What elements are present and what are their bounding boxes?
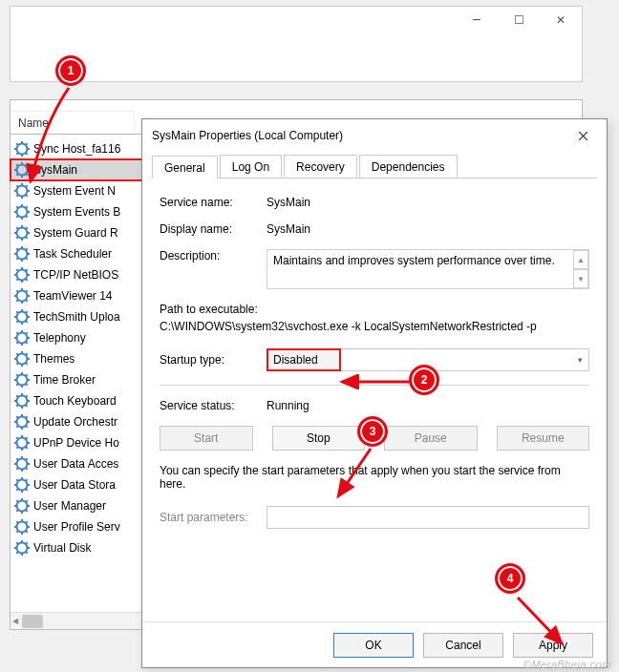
svg-line-107 [16, 384, 18, 386]
gear-icon [14, 498, 30, 514]
svg-line-89 [16, 342, 18, 344]
service-row[interactable]: System Events B [11, 201, 142, 222]
service-list[interactable]: Sync Host_fa116SysMainSystem Event NSyst… [10, 134, 143, 630]
label-display-name: Display name: [160, 222, 267, 236]
svg-line-125 [16, 426, 18, 428]
cancel-button[interactable]: Cancel [423, 633, 503, 658]
tab-recovery[interactable]: Recovery [284, 155, 357, 178]
service-name: System Guard R [33, 226, 118, 240]
svg-line-149 [16, 479, 18, 481]
svg-line-161 [16, 510, 18, 512]
svg-line-167 [16, 521, 18, 523]
label-path: Path to executable: [160, 303, 589, 316]
close-button[interactable]: ✕ [540, 7, 582, 33]
svg-line-69 [26, 300, 28, 302]
svg-line-50 [16, 248, 18, 250]
gear-icon [14, 540, 30, 556]
svg-line-132 [26, 447, 28, 449]
value-display-name: SysMain [267, 222, 589, 236]
svg-line-114 [26, 405, 28, 407]
scrollbar-thumb[interactable] [22, 615, 43, 628]
service-row[interactable]: Virtual Disk [11, 537, 142, 558]
label-start-parameters: Start parameters: [160, 511, 267, 524]
description-scroll-up[interactable]: ▲ [573, 250, 588, 269]
service-row[interactable]: TeamViewer 14 [11, 285, 142, 306]
gear-icon [14, 309, 30, 325]
svg-line-133 [26, 437, 28, 439]
service-name: User Manager [33, 499, 106, 513]
svg-line-62 [16, 279, 18, 281]
gear-icon [14, 372, 30, 388]
gear-icon [14, 519, 30, 535]
label-description: Description: [160, 249, 267, 289]
tabstrip: General Log On Recovery Dependencies [152, 152, 597, 178]
service-row[interactable]: User Profile Serv [11, 516, 142, 537]
svg-line-168 [26, 531, 28, 533]
gear-icon [14, 246, 30, 262]
svg-line-33 [26, 216, 28, 218]
description-scroll-down[interactable]: ▼ [573, 269, 588, 288]
service-row[interactable]: User Data Stora [11, 474, 142, 495]
ok-button[interactable]: OK [333, 633, 414, 658]
close-icon[interactable] [568, 125, 597, 146]
svg-line-17 [16, 174, 18, 176]
watermark: ©MeraBheja.com [523, 659, 611, 670]
dialog-titlebar[interactable]: SysMain Properties (Local Computer) [142, 119, 607, 152]
svg-line-169 [26, 521, 28, 523]
annotation-arrow-4 [514, 596, 571, 651]
svg-line-78 [26, 321, 28, 323]
svg-line-143 [16, 468, 18, 470]
service-name: Update Orchestr [33, 415, 117, 429]
service-row[interactable]: Time Broker [11, 369, 142, 390]
annotation-arrow-3 [332, 447, 380, 504]
service-row[interactable]: User Manager [11, 495, 142, 516]
annotation-arrow-1 [25, 86, 82, 191]
svg-line-150 [26, 489, 28, 491]
service-row[interactable]: Update Orchestr [11, 411, 142, 432]
service-row[interactable]: TechSmith Uploa [11, 306, 142, 327]
service-row[interactable]: TCP/IP NetBIOS [11, 264, 142, 285]
svg-line-97 [26, 353, 28, 355]
service-row[interactable]: UPnP Device Ho [11, 432, 142, 453]
svg-line-44 [16, 237, 18, 239]
svg-line-106 [26, 374, 28, 376]
svg-line-141 [26, 468, 28, 470]
svg-line-77 [16, 311, 18, 313]
svg-line-68 [16, 290, 18, 292]
service-row[interactable]: Telephony [11, 327, 142, 348]
svg-line-95 [16, 353, 18, 355]
tab-dependencies[interactable]: Dependencies [359, 155, 458, 178]
dialog-title: SysMain Properties (Local Computer) [152, 129, 343, 142]
service-name: User Data Acces [33, 457, 118, 471]
svg-line-124 [26, 416, 28, 418]
svg-line-115 [26, 395, 28, 397]
svg-line-177 [26, 552, 28, 554]
svg-line-140 [16, 458, 18, 460]
service-name: Telephony [33, 331, 86, 345]
service-row[interactable]: Themes [11, 348, 142, 369]
service-name: System Events B [33, 205, 120, 219]
svg-line-170 [16, 531, 18, 533]
properties-dialog: SysMain Properties (Local Computer) Gene… [141, 118, 608, 668]
maximize-button[interactable]: ☐ [498, 7, 540, 33]
service-row[interactable]: Touch Keyboard [11, 390, 142, 411]
horizontal-scrollbar[interactable]: ◀ [11, 612, 142, 629]
svg-line-34 [26, 206, 28, 208]
service-row[interactable]: Task Scheduler [11, 243, 142, 264]
annotation-arrow-2 [338, 374, 415, 389]
service-name: Virtual Disk [33, 541, 91, 555]
gear-icon [14, 288, 30, 304]
svg-line-5 [16, 143, 18, 145]
svg-line-131 [16, 437, 18, 439]
tab-log-on[interactable]: Log On [220, 155, 282, 178]
svg-line-105 [26, 384, 28, 386]
svg-line-14 [16, 164, 18, 166]
svg-line-122 [16, 416, 18, 418]
tab-general[interactable]: General [152, 156, 218, 178]
label-service-status: Service status: [160, 399, 267, 412]
svg-line-116 [16, 405, 18, 407]
service-name: TechSmith Uploa [33, 310, 120, 324]
minimize-button[interactable]: − [456, 7, 498, 33]
service-row[interactable]: User Data Acces [11, 453, 142, 474]
service-row[interactable]: System Guard R [11, 222, 142, 243]
